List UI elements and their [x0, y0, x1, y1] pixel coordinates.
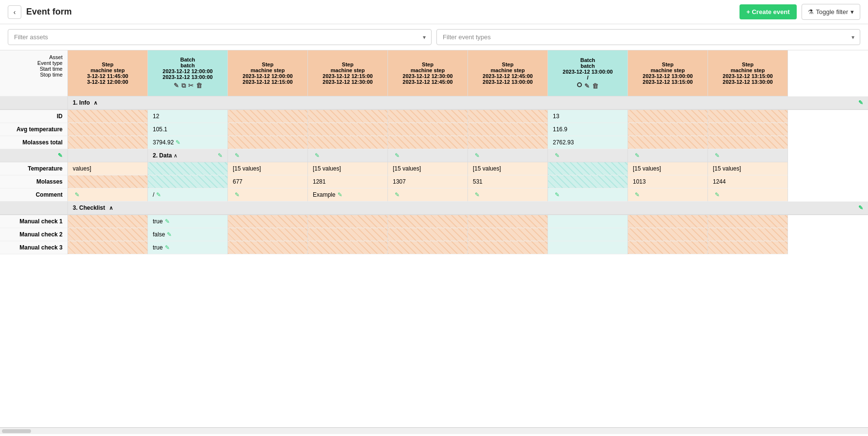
data-section-edit-9[interactable]: ✎: [715, 152, 720, 159]
mol-cell-1: [68, 136, 148, 149]
data-section-edit-3[interactable]: ✎: [235, 152, 240, 159]
col-header-1: Step machine step 3-12-12 11:45:00 3-12-…: [68, 50, 148, 96]
col-header-6: Step machine step 2023-12-12 12:45:00 20…: [468, 50, 548, 96]
col9-stop: 2023-12-12 13:30:00: [723, 79, 772, 85]
section-checklist-header: 3. Checklist ∧ ✎: [0, 202, 868, 215]
page-title: Event form: [26, 7, 72, 17]
comment-edit-1[interactable]: ✎: [75, 191, 80, 198]
mc2-edit-2[interactable]: ✎: [167, 231, 172, 238]
mc3-cell-6: [468, 241, 548, 254]
mol-cell-2: 3794.92 ✎: [148, 136, 228, 149]
back-button[interactable]: ‹: [8, 5, 21, 19]
id-label: ID: [0, 110, 68, 123]
event-types-filter[interactable]: Filter event types: [436, 29, 860, 45]
section-data-header-row: ✎ 2. Data ∧ ✎ ✎ ✎ ✎ ✎ ✎: [0, 149, 868, 162]
comment-edit-9[interactable]: ✎: [715, 191, 720, 198]
manual-check-1-label: Manual check 1: [0, 215, 68, 228]
comment-3: ✎: [228, 188, 308, 202]
mc3-cell-1: [68, 241, 148, 254]
temp-cell-8: [628, 123, 708, 136]
data-section-col3: ✎: [228, 149, 308, 162]
toggle-filter-button[interactable]: ⚗ Toggle filter ▾: [802, 4, 860, 20]
col3-start: 2023-12-12 12:00:00: [242, 73, 292, 79]
col7-actions: ✎ 🗑: [577, 82, 598, 90]
filter-row: Filter assets Filter event types: [0, 24, 868, 50]
molasses-edit-2[interactable]: ✎: [176, 139, 180, 146]
mola-9: 1244: [708, 175, 788, 188]
data-section-edit-4[interactable]: ✎: [315, 152, 320, 159]
mc1-cell-9: [708, 215, 788, 228]
mc1-cell-2: true ✎: [148, 215, 228, 228]
edit-icon-7[interactable]: ✎: [584, 82, 590, 90]
mc2-cell-1: [68, 228, 148, 241]
data-section-edit-6[interactable]: ✎: [475, 152, 480, 159]
mc2-cell-7: [548, 228, 628, 241]
copy-icon[interactable]: ⧉: [181, 82, 186, 90]
comment-5: ✎: [388, 188, 468, 202]
event-types-filter-wrapper: Filter event types: [436, 29, 860, 45]
data-section-edit-7[interactable]: ✎: [555, 152, 560, 159]
delete-icon[interactable]: 🗑: [196, 82, 202, 90]
mc3-val-2: true: [153, 244, 163, 251]
section-3-chevron: ∧: [109, 205, 113, 211]
data-section-edit-5[interactable]: ✎: [395, 152, 400, 159]
comment-edit-5[interactable]: ✎: [395, 191, 400, 198]
header-row: Asset Event type Start time Stop time St…: [0, 50, 868, 96]
mc2-cell-4: [308, 228, 388, 241]
col8-asset: Step: [662, 62, 674, 67]
section-3-edit[interactable]: ✎: [858, 204, 863, 211]
comment-2: / ✎: [148, 188, 228, 202]
mola-1: [68, 175, 148, 188]
event-table: Asset Event type Start time Stop time St…: [0, 50, 868, 254]
data-section-col8: ✎: [628, 149, 708, 162]
create-event-button[interactable]: + Create event: [739, 4, 796, 19]
molasses-total-value-2: 3794.92: [153, 139, 174, 146]
comment-edit-6[interactable]: ✎: [475, 191, 480, 198]
col-header-3: Step machine step 2023-12-12 12:00:00 20…: [228, 50, 308, 96]
mc2-cell-8: [628, 228, 708, 241]
comment-6: ✎: [468, 188, 548, 202]
section-info-header: 1. Info ∧ ✎: [0, 96, 868, 110]
col-header-8: Step machine step 2023-12-12 13:00:00 20…: [628, 50, 708, 96]
row-labels-header: Asset Event type Start time Stop time: [0, 50, 68, 96]
horizontal-scrollbar[interactable]: [0, 427, 868, 434]
temp-data-9: [15 values]: [708, 162, 788, 175]
mc1-cell-1: [68, 215, 148, 228]
avg-temp-label: Avg temperature: [0, 123, 68, 136]
data-section-col7: ✎: [548, 149, 628, 162]
assets-filter[interactable]: Filter assets: [8, 29, 432, 45]
data-section-label-edit[interactable]: ✎: [58, 152, 63, 159]
stop-dot[interactable]: [577, 82, 582, 87]
mc3-cell-3: [228, 241, 308, 254]
temp-data-2: [148, 162, 228, 175]
col2-event-type: batch: [180, 62, 194, 68]
info-molasses-row: Molasses total 3794.92 ✎ 2762.93: [0, 136, 868, 149]
col-header-5: Step machine step 2023-12-12 12:30:00 20…: [388, 50, 468, 96]
section-checklist-span: 3. Checklist ∧ ✎: [68, 202, 868, 215]
mc2-cell-6: [468, 228, 548, 241]
edit-icon[interactable]: ✎: [174, 82, 179, 90]
col7-stop: /: [587, 75, 588, 80]
comment-edit-2[interactable]: ✎: [156, 191, 161, 198]
comment-edit-8[interactable]: ✎: [635, 191, 640, 198]
col8-start: 2023-12-12 13:00:00: [643, 73, 692, 79]
delete-icon-7[interactable]: 🗑: [592, 82, 598, 90]
comment-edit-3[interactable]: ✎: [235, 191, 240, 198]
col5-event-type: machine step: [411, 67, 445, 73]
mc1-edit-2[interactable]: ✎: [165, 218, 170, 225]
section-checklist-label-cell: [0, 202, 68, 215]
section-1-edit-icon[interactable]: ✎: [858, 99, 863, 106]
scissors-icon[interactable]: ✂: [188, 82, 193, 90]
comment-edit-4[interactable]: ✎: [338, 191, 342, 198]
id-cell-3: [228, 110, 308, 123]
data-section-edit-2[interactable]: ✎: [218, 152, 223, 159]
checklist-row-3: Manual check 3 true ✎: [0, 241, 868, 254]
molasses-total-value-7: 2762.93: [553, 139, 574, 146]
mc3-edit-2[interactable]: ✎: [165, 244, 170, 251]
scrollbar-thumb[interactable]: [2, 429, 31, 433]
mc2-cell-5: [388, 228, 468, 241]
data-section-edit-8[interactable]: ✎: [635, 152, 640, 159]
mol-cell-9: [708, 136, 788, 149]
col4-asset: Step: [342, 62, 354, 67]
comment-edit-7[interactable]: ✎: [555, 191, 560, 198]
